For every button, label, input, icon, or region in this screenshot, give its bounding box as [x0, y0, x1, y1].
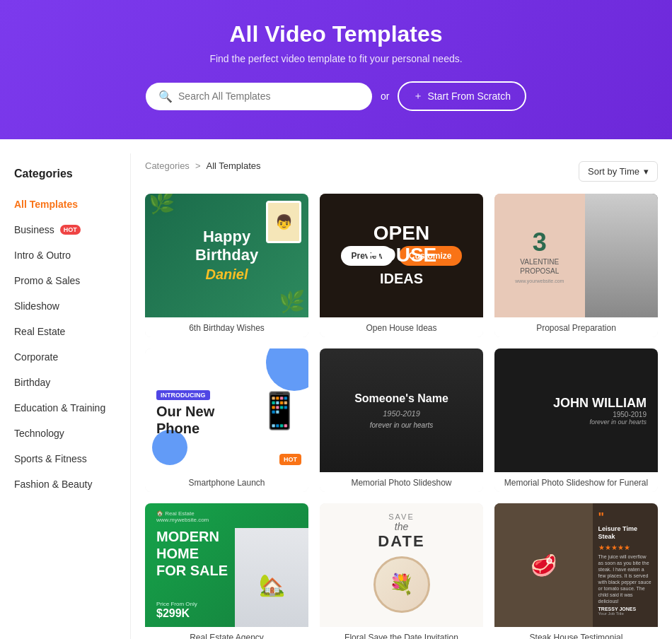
chevron-down-icon: ▾	[644, 166, 649, 177]
template-card-phone[interactable]: INTRODUCING Our NewPhone 📱 HOT Preview C…	[145, 348, 308, 492]
search-icon: 🔍	[158, 90, 173, 103]
sidebar-item-sports[interactable]: Sports & Fitness	[0, 446, 130, 471]
preview-button-savedate[interactable]: Preview	[341, 556, 393, 575]
search-row: 🔍 or ＋ Start From Scratch	[14, 81, 658, 111]
sidebar-item-technology[interactable]: Technology	[0, 421, 130, 446]
card-label-phone: Smartphone Launch	[145, 472, 308, 492]
sidebar-item-real-estate[interactable]: Real Estate	[0, 319, 130, 344]
card-thumb-memorial1: Someone's Name 1950-2019 forever in our …	[320, 348, 483, 472]
sidebar-label-corporate: Corporate	[14, 351, 58, 363]
search-box: 🔍	[146, 83, 372, 110]
sidebar-label-fashion: Fashion & Beauty	[14, 479, 93, 490]
start-btn-label: Start From Scratch	[427, 90, 510, 102]
plus-icon: ＋	[413, 90, 423, 102]
sidebar-item-intro-outro[interactable]: Intro & Outro	[0, 242, 130, 268]
content-area: Categories > All Templates Sort by Time …	[131, 153, 672, 639]
preview-button-proposal[interactable]: Preview	[516, 246, 567, 266]
customize-button-birthday[interactable]: Customize	[224, 246, 287, 266]
card-thumb-steak: 🥩 " Leisure Time Steak ★★★★★ The juice w…	[494, 503, 658, 627]
card-label-birthday: 6th Birthday Wishes	[145, 317, 308, 337]
sidebar-label-intro: Intro & Outro	[14, 250, 71, 261]
preview-button-realestate[interactable]: Preview	[166, 556, 218, 575]
preview-button-memorial1[interactable]: Preview	[341, 401, 393, 421]
card-thumb-memorial2: JOHN WILLIAM 1950-2019 forever in our he…	[494, 348, 658, 472]
sidebar-label-birthday: Birthday	[14, 377, 50, 388]
sidebar-label-technology: Technology	[14, 428, 64, 439]
sidebar-item-birthday[interactable]: Birthday	[0, 370, 130, 395]
breadcrumb-parent[interactable]: Categories	[145, 160, 190, 171]
sort-dropdown[interactable]: Sort by Time ▾	[579, 161, 658, 182]
sidebar-item-all-templates[interactable]: All Templates	[0, 192, 130, 217]
customize-button-realestate[interactable]: Customize	[224, 556, 287, 575]
card-label-realestate: Real Estate Agency	[145, 627, 308, 639]
sidebar-item-education[interactable]: Education & Training	[0, 395, 130, 421]
start-from-scratch-button[interactable]: ＋ Start From Scratch	[398, 81, 526, 111]
or-label: or	[381, 90, 389, 102]
customize-button-phone[interactable]: Customize	[224, 401, 287, 421]
card-thumb-proposal: 3 VALENTINEPROPOSAL www.yourwebsite.com …	[494, 194, 658, 317]
header: All Video Templates Find the perfect vid…	[0, 0, 672, 139]
card-thumb-savedate: SAVE the DATE 💐 Preview Customize	[320, 503, 483, 627]
breadcrumb-separator: >	[195, 160, 201, 171]
customize-button-savedate[interactable]: Customize	[399, 556, 462, 575]
preview-button-phone[interactable]: Preview	[166, 401, 218, 421]
customize-button-proposal[interactable]: Customize	[574, 246, 637, 266]
template-card-realestate[interactable]: 🏠 Real Estatewww.mywebsite.com MODERNHOM…	[145, 503, 308, 639]
sort-label: Sort by Time	[588, 166, 639, 177]
page-title: All Video Templates	[14, 21, 658, 47]
card-thumb-openhouse: OPENHOUSEIDEAS Preview Customize	[320, 194, 483, 317]
sidebar-label-sports: Sports & Fitness	[14, 453, 87, 464]
card-thumb-phone: INTRODUCING Our NewPhone 📱 HOT Preview C…	[145, 348, 308, 472]
sidebar-label-business: Business	[14, 224, 54, 235]
card-thumb-realestate: 🏠 Real Estatewww.mywebsite.com MODERNHOM…	[145, 503, 308, 627]
card-label-memorial2: Memorial Photo Slideshow for Funeral	[494, 472, 658, 492]
sidebar-label-slideshow: Slideshow	[14, 300, 59, 312]
sidebar-item-business[interactable]: Business HOT	[0, 217, 130, 242]
breadcrumb-current: All Templates	[206, 160, 260, 171]
template-card-memorial1[interactable]: Someone's Name 1950-2019 forever in our …	[320, 348, 483, 492]
template-card-birthday[interactable]: 🌿 🌿 👦 HappyBirthdayDaniel Preview Custom…	[145, 194, 308, 337]
sidebar-item-promo-sales[interactable]: Promo & Sales	[0, 268, 130, 293]
customize-button-steak[interactable]: Customize	[574, 556, 637, 575]
card-label-openhouse: Open House Ideas	[320, 317, 483, 337]
main-layout: Categories All Templates Business HOT In…	[0, 139, 672, 639]
breadcrumb: Categories > All Templates	[145, 160, 261, 171]
sidebar-label-education: Education & Training	[14, 402, 105, 414]
preview-button-steak[interactable]: Preview	[516, 556, 567, 575]
preview-button-birthday[interactable]: Preview	[166, 246, 218, 266]
card-label-savedate: Floral Save the Date Invitation	[320, 627, 483, 639]
card-label-steak: Steak House Testimonial	[494, 627, 658, 639]
customize-button-memorial1[interactable]: Customize	[399, 401, 462, 421]
card-thumb-birthday: 🌿 🌿 👦 HappyBirthdayDaniel Preview Custom…	[145, 194, 308, 317]
sidebar: Categories All Templates Business HOT In…	[0, 153, 131, 639]
template-card-savedate[interactable]: SAVE the DATE 💐 Preview Customize Floral…	[320, 503, 483, 639]
template-card-proposal[interactable]: 3 VALENTINEPROPOSAL www.yourwebsite.com …	[494, 194, 658, 337]
openhouse-text: OPENHOUSEIDEAS	[366, 223, 437, 288]
sidebar-label-realestate: Real Estate	[14, 326, 65, 337]
search-input[interactable]	[178, 90, 359, 102]
sidebar-label-promo: Promo & Sales	[14, 275, 80, 286]
customize-button-memorial2[interactable]: Customize	[574, 401, 637, 421]
template-card-openhouse[interactable]: OPENHOUSEIDEAS Preview Customize Open Ho…	[320, 194, 483, 337]
card-label-proposal: Proposal Preparation	[494, 317, 658, 337]
card-label-memorial1: Memorial Photo Slideshow	[320, 472, 483, 492]
sidebar-item-fashion[interactable]: Fashion & Beauty	[0, 471, 130, 497]
sidebar-item-corporate[interactable]: Corporate	[0, 344, 130, 370]
preview-button-memorial2[interactable]: Preview	[516, 401, 567, 421]
template-grid: 🌿 🌿 👦 HappyBirthdayDaniel Preview Custom…	[145, 194, 658, 639]
sidebar-label-all: All Templates	[14, 199, 78, 210]
content-header: Categories > All Templates Sort by Time …	[145, 160, 658, 182]
sidebar-heading: Categories	[0, 160, 130, 192]
page-subtitle: Find the perfect video template to fit y…	[14, 53, 658, 64]
hot-badge: HOT	[60, 225, 81, 235]
template-card-memorial2[interactable]: JOHN WILLIAM 1950-2019 forever in our he…	[494, 348, 658, 492]
template-card-steak[interactable]: 🥩 " Leisure Time Steak ★★★★★ The juice w…	[494, 503, 658, 639]
sidebar-item-slideshow[interactable]: Slideshow	[0, 293, 130, 319]
